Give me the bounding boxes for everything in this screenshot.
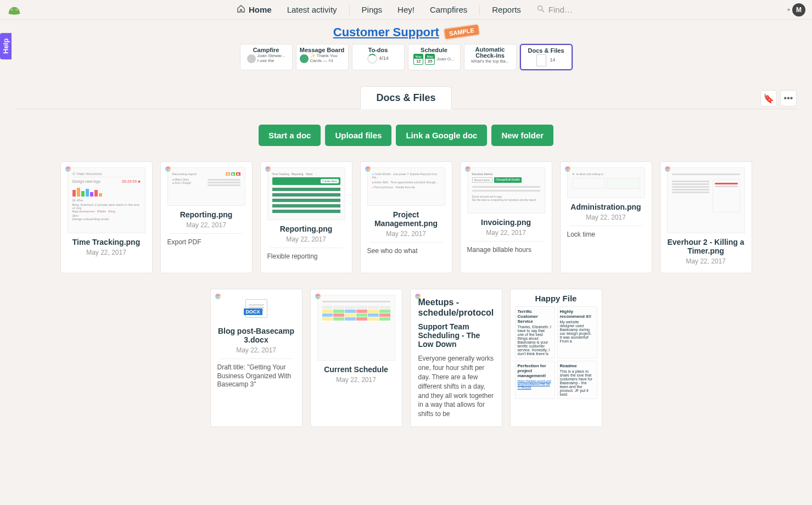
tool-text: Joan O...: [436, 57, 454, 62]
svg-point-4: [537, 6, 542, 10]
folder-item: Highly recommend it!!My website designer…: [557, 306, 597, 358]
docx-icon: DOCX: [245, 299, 267, 318]
nav-pings[interactable]: Pings: [354, 5, 390, 14]
nav-separator: [349, 5, 350, 15]
divider: [569, 226, 643, 226]
file-card[interactable]: ⏱ TIME TRACKING Design new logo 00:29:56…: [60, 161, 153, 273]
file-name: Blog post-Basecamp 3.docx: [217, 327, 295, 344]
file-name: Everhour 2 - Killing a Timer.png: [667, 238, 745, 255]
date-icon: May25: [425, 54, 435, 65]
file-thumbnail: [317, 295, 395, 361]
color-dot-icon: [465, 166, 471, 172]
link-google-doc-button[interactable]: Link a Google doc: [396, 125, 487, 146]
bookmark-icon: 🔖: [763, 93, 774, 104]
note-title: Meetups - schedule/protocol: [418, 297, 494, 318]
tool-title: Docs & Files: [524, 47, 568, 54]
file-card[interactable]: Current Schedule May 22, 2017: [310, 289, 402, 427]
color-dot-icon: [315, 294, 321, 299]
file-card[interactable]: ● Crash Ehrlich Use power 7: Explore Ray…: [360, 161, 452, 273]
file-card[interactable]: DOCX Blog post-Basecamp 3.docx May 22, 2…: [210, 289, 303, 427]
tool-title: Automatic Check-ins: [468, 47, 513, 59]
home-icon: [237, 4, 245, 15]
document-icon: [536, 54, 546, 66]
color-dot-icon: [165, 166, 171, 172]
tool-text: Joan Stewar... I use the: [257, 54, 285, 64]
bookmark-button[interactable]: 🔖: [760, 90, 777, 106]
file-description: Export PDF: [167, 238, 245, 247]
start-doc-button[interactable]: Start a doc: [259, 125, 321, 146]
nav-hey[interactable]: Hey!: [390, 5, 422, 14]
nav-reports[interactable]: Reports: [484, 5, 529, 14]
files-grid: ⏱ TIME TRACKING Design new logo 00:29:56…: [0, 161, 812, 460]
nav-latest[interactable]: Latest activity: [279, 5, 345, 14]
sample-badge: SAMPLE: [444, 25, 479, 39]
note-body: Everyone generally works one, four hour …: [418, 354, 494, 419]
file-thumbnail: ⏱ TIME TRACKING Design new logo 00:29:56…: [68, 167, 145, 233]
file-card[interactable]: Invoice Items Recent itemsChange/Edit De…: [460, 161, 552, 273]
file-description: Lock time: [567, 231, 645, 239]
file-name: Reporting.png: [267, 225, 345, 233]
user-avatar[interactable]: M: [792, 3, 805, 16]
project-header: Customer Support SAMPLE: [0, 20, 812, 44]
nav-home[interactable]: Home: [229, 4, 279, 15]
file-card[interactable]: Everhour 2 - Killing a Timer.png May 22,…: [660, 161, 752, 273]
tool-text: 4/14: [379, 56, 389, 61]
file-date: May 22, 2017: [367, 230, 445, 238]
file-card[interactable]: Time Tracking Reporting Tasks Create New…: [260, 161, 352, 273]
help-tab[interactable]: Help: [0, 33, 12, 59]
file-thumbnail: DOCX: [217, 295, 295, 322]
divider: [220, 358, 293, 359]
color-dot-icon: [565, 166, 570, 172]
nav-campfires[interactable]: Campfires: [422, 5, 475, 14]
avatar-icon: [247, 54, 256, 63]
file-date: May 22, 2017: [68, 249, 145, 256]
file-description: Manage billable hours: [467, 246, 545, 255]
tool-todos[interactable]: To-dos 4/14: [352, 44, 405, 70]
file-date: May 22, 2017: [467, 229, 545, 237]
file-card[interactable]: ⚙ Ie allow only writing in... Administra…: [560, 161, 652, 273]
file-name: Current Schedule: [317, 365, 395, 374]
tool-docs-files[interactable]: Docs & Files 14: [520, 44, 573, 70]
tool-message-board[interactable]: Message Board ✨ Thank You Cards — I'd: [296, 44, 349, 70]
nav-find[interactable]: Find…: [529, 4, 580, 15]
project-title[interactable]: Customer Support: [333, 25, 439, 40]
tool-checkins[interactable]: Automatic Check-ins What's the top Ba...: [464, 44, 517, 70]
file-description: Flexible reporting: [267, 252, 345, 261]
color-dot-icon: [65, 166, 71, 172]
svg-point-3: [16, 9, 18, 10]
folder-item: ReadmeThis is a place to share the love …: [557, 361, 597, 399]
file-name: Reporting.png: [167, 210, 245, 219]
divider: [369, 242, 443, 243]
file-date: May 22, 2017: [567, 214, 645, 221]
new-folder-button[interactable]: New folder: [491, 125, 553, 146]
tools-row: Campfire Joan Stewar... I use the Messag…: [0, 44, 812, 70]
folder-title: Happy File: [515, 294, 597, 303]
file-name: Invoicing.png: [467, 218, 545, 227]
color-dot-icon: [665, 166, 670, 172]
file-name: Project Management.png: [367, 210, 445, 228]
caret-icon: ▾: [787, 7, 790, 13]
more-button[interactable]: •••: [780, 90, 797, 106]
folder-card[interactable]: Happy File Terrific Customer ServiceThan…: [510, 289, 602, 427]
avatar-icon: [300, 54, 309, 63]
tool-text: ✨ Thank You Cards — I'd: [310, 54, 345, 64]
section-title-row: Docs & Files 🔖 •••: [15, 86, 797, 109]
tool-title: Message Board: [300, 47, 345, 53]
top-nav: Home Latest activity Pings Hey! Campfire…: [0, 0, 812, 20]
tool-campfire[interactable]: Campfire Joan Stewar... I use the: [240, 44, 293, 70]
upload-files-button[interactable]: Upload files: [325, 125, 391, 146]
app-logo[interactable]: [7, 4, 22, 16]
file-thumbnail: Recording report ■ ■ ■ ● Mtient Stiss● A…: [167, 167, 245, 206]
note-card[interactable]: Meetups - schedule/protocol Support Team…: [410, 289, 502, 427]
tool-schedule[interactable]: Schedule May12 May25 Joan O...: [408, 44, 461, 70]
file-description: Draft title: "Getting Your Business Orga…: [217, 363, 295, 389]
file-thumbnail: ⚙ Ie allow only writing in...: [567, 167, 645, 198]
svg-line-5: [542, 10, 544, 12]
file-thumbnail: Time Tracking Reporting Tasks Create New: [267, 167, 345, 220]
tool-title: Schedule: [412, 47, 457, 53]
file-card[interactable]: Recording report ■ ■ ■ ● Mtient Stiss● A…: [160, 161, 253, 273]
docx-label: DOCX: [244, 308, 262, 315]
file-description: See who do what: [367, 247, 445, 256]
color-dot-icon: [265, 166, 271, 172]
nav-home-label: Home: [249, 5, 272, 14]
